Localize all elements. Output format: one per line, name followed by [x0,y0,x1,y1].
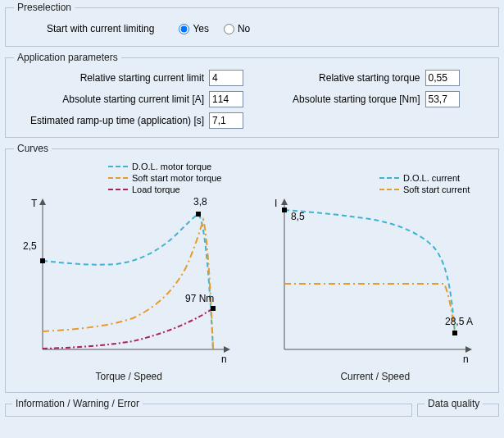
ramp-time-label: Estimated ramp-up time (application) [s] [30,115,204,126]
preselection-group: Preselection Start with current limiting… [5,2,499,47]
data-quality-group: Data quality [417,398,499,417]
current-end-marker: 28,5 A [445,316,473,327]
torque-chart-svg: D.O.L. motor torque Soft start motor tor… [18,161,239,366]
torque-peak-marker: 3,8 [193,196,207,208]
radio-yes[interactable]: Yes [179,23,209,34]
torque-caption: Torque / Speed [96,371,162,382]
svg-rect-11 [282,208,287,212]
current-limiting-radio-group: Yes No [179,23,250,34]
current-start-marker: 8,5 [291,211,305,222]
load-torque-curve [43,308,213,349]
current-speed-chart: D.O.L. current Soft start current I n [265,161,486,382]
svg-rect-5 [196,212,201,217]
svg-rect-12 [452,331,457,335]
rel-current-limit-input[interactable] [209,70,243,86]
torque-speed-chart: D.O.L. motor torque Soft start motor tor… [18,161,239,382]
legend-load-torque: Load torque [132,184,180,195]
axis-t-label: T [31,198,38,209]
abs-torque-label: Absolute starting torque [Nm] [293,94,420,105]
curves-legend: Curves [14,143,52,154]
legend-soft-current: Soft start current [403,184,470,195]
soft-current-curve [284,284,455,333]
info-legend: Information / Warning / Error [12,398,143,409]
current-chart-svg: D.O.L. current Soft start current I n [265,161,486,366]
legend-dol-torque: D.O.L. motor torque [132,161,211,172]
radio-no-label: No [238,23,250,34]
radio-no-input[interactable] [224,24,234,34]
rel-torque-label: Relative starting torque [319,72,420,84]
preselection-legend: Preselection [14,2,75,13]
rel-torque-input[interactable] [425,70,460,86]
svg-marker-3 [224,346,230,353]
current-caption: Current / Speed [340,371,410,382]
abs-current-limit-label: Absolute starting current limit [A] [62,94,204,105]
ramp-time-input[interactable] [209,112,243,129]
axis-n-label-1: n [221,354,227,365]
torque-start-marker: 2,5 [23,240,37,252]
application-parameters-legend: Application parameters [14,52,121,63]
application-parameters-group: Application parameters Relative starting… [5,52,499,138]
svg-marker-2 [39,198,46,205]
soft-torque-curve [43,220,213,349]
axis-n-label-2: n [463,354,469,365]
curves-group: Curves D.O.L. motor torque Soft start mo… [5,143,499,393]
legend-soft-torque: Soft start motor torque [132,172,221,184]
radio-yes-label: Yes [193,23,209,34]
abs-torque-input[interactable] [425,91,460,107]
quality-legend: Data quality [425,398,483,409]
current-limiting-label: Start with current limiting [47,23,154,34]
svg-rect-4 [40,258,45,263]
info-warning-error-group: Information / Warning / Error [5,398,412,417]
radio-no[interactable]: No [224,23,250,34]
radio-yes-input[interactable] [179,24,189,34]
svg-marker-9 [281,198,288,205]
legend-dol-current: D.O.L. current [403,172,460,184]
svg-marker-10 [465,346,472,353]
svg-rect-6 [211,306,216,311]
abs-current-limit-input[interactable] [209,91,243,107]
dol-current-curve [284,210,455,333]
axis-i-label: I [275,198,277,209]
torque-end-marker: 97 Nm [185,293,214,304]
rel-current-limit-label: Relative starting current limit [80,72,204,84]
